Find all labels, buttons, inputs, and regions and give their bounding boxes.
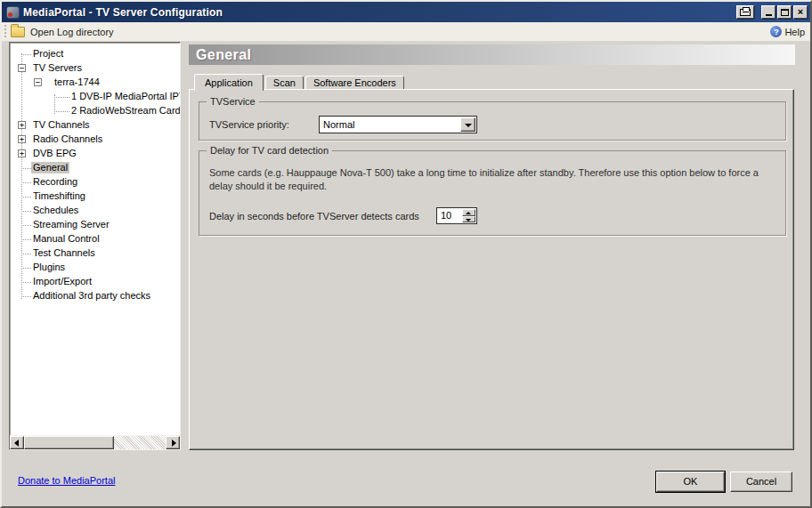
tree-item-label[interactable]: Test Channels	[31, 247, 97, 259]
tree-item-label[interactable]: 2 RadioWebStream Card	[69, 105, 180, 117]
section-header: General	[189, 44, 795, 65]
tree-connector-stub	[21, 254, 31, 254]
expand-icon[interactable]: +	[18, 135, 26, 143]
tree-item-label[interactable]: TV Channels	[31, 119, 92, 131]
scrollbar-track[interactable]	[24, 436, 166, 449]
collapse-icon[interactable]: −	[18, 64, 26, 72]
tree-item-manual-control[interactable]: Manual Control	[10, 232, 180, 246]
tree-item-label[interactable]: TV Servers	[31, 62, 84, 74]
tree-connector-stub	[21, 239, 31, 240]
tree-item-label[interactable]: Import/Export	[31, 276, 93, 287]
chevron-down-icon[interactable]	[460, 117, 475, 132]
tree-item-schedules[interactable]: Schedules	[10, 204, 180, 218]
tree-item-label[interactable]: Additional 3rd party checks	[31, 290, 152, 302]
tree-connector-stub	[54, 97, 69, 98]
collapse-icon[interactable]: −	[34, 78, 42, 86]
tree-item-plugins[interactable]: Plugins	[10, 261, 180, 275]
tree-item-dvb-epg[interactable]: +DVB EPG	[10, 147, 180, 161]
tree-item-label[interactable]: Project	[31, 48, 65, 60]
tvservice-priority-value: Normal	[320, 119, 460, 130]
mediaportal-logo-icon	[6, 6, 20, 19]
tvservice-group-legend: TVService	[207, 96, 259, 108]
cancel-button[interactable]: Cancel	[730, 472, 792, 492]
maximize-icon	[781, 9, 789, 16]
tree-item-label[interactable]: Schedules	[31, 205, 80, 216]
tree-item-label[interactable]: Recording	[31, 176, 79, 188]
tree-connector-stub	[21, 296, 31, 297]
tree-rows: Project−TV Servers−terra-17441 DVB-IP Me…	[10, 47, 180, 434]
delay-seconds-label: Delay in seconds before TVServer detects…	[209, 211, 419, 222]
tree-item-timeshifting[interactable]: Timeshifting	[10, 189, 180, 204]
tree-item-tv-channels[interactable]: +TV Channels	[10, 118, 180, 133]
tree-item-terra-1744[interactable]: −terra-1744	[10, 76, 180, 90]
tree-item-label[interactable]: terra-1744	[53, 77, 102, 88]
tree-item-label[interactable]: Radio Channels	[31, 133, 104, 145]
tree-connector-stub	[21, 182, 31, 183]
tree-item-label[interactable]: Manual Control	[31, 233, 102, 245]
arrow-left-icon	[14, 439, 19, 447]
tree-item-additional-3rd-party-checks[interactable]: Additional 3rd party checks	[10, 289, 180, 303]
toolbar: Open Log directory ? Help	[2, 22, 810, 42]
toolbar-grip[interactable]	[4, 25, 7, 39]
tree-item-import-export[interactable]: Import/Export	[10, 275, 180, 289]
tree-item-recording[interactable]: Recording	[10, 175, 180, 189]
close-button[interactable]: ×	[793, 5, 808, 19]
printer-button[interactable]	[736, 5, 754, 19]
tab-scan[interactable]: Scan	[265, 76, 304, 90]
tree-connector-stub	[21, 211, 31, 212]
tvservice-priority-select[interactable]: Normal	[319, 116, 477, 133]
tree-item-streaming-server[interactable]: Streaming Server	[10, 218, 180, 232]
tree-item-general[interactable]: General	[10, 161, 180, 175]
tab-application[interactable]: Application	[194, 74, 264, 91]
minimize-button[interactable]	[761, 5, 775, 19]
tree-horizontal-scrollbar[interactable]	[10, 435, 180, 449]
tvservice-priority-label: TVService priority:	[209, 119, 289, 130]
tree-connector-stub	[21, 54, 31, 55]
tree-item-test-channels[interactable]: Test Channels	[10, 246, 180, 261]
open-log-button[interactable]: Open Log directory	[30, 27, 114, 37]
open-log-folder-icon[interactable]	[11, 27, 25, 37]
expand-icon[interactable]: +	[18, 121, 26, 129]
arrow-right-icon	[172, 439, 176, 447]
delay-groupbox: Delay for TV card detection	[199, 150, 786, 236]
minimize-icon	[766, 14, 772, 16]
tree-connector-stub	[21, 268, 31, 269]
tree-connector-stub	[21, 282, 31, 283]
tree-panel: Project−TV Servers−terra-17441 DVB-IP Me…	[9, 42, 181, 450]
tree-connector-stub	[54, 111, 69, 112]
tree-item-label[interactable]: 1 DVB-IP MediaPortal IPT	[69, 91, 180, 102]
expand-icon[interactable]: +	[18, 149, 26, 157]
tree-item-label[interactable]: General	[31, 162, 69, 173]
app-window: MediaPortal - TV Server Configuration × …	[0, 0, 812, 508]
maximize-button[interactable]	[777, 5, 792, 19]
tree-item-project[interactable]: Project	[10, 47, 180, 61]
window-title: MediaPortal - TV Server Configuration	[23, 6, 736, 19]
delay-spinner-value: 10	[437, 208, 462, 223]
ok-button[interactable]: OK	[656, 472, 725, 492]
delay-group-legend: Delay for TV card detection	[207, 145, 332, 157]
help-button[interactable]: ? Help	[770, 26, 805, 37]
tree-item-tv-servers[interactable]: −TV Servers	[10, 61, 180, 76]
titlebar: MediaPortal - TV Server Configuration ×	[2, 2, 810, 22]
delay-description: Some cards (e.g. Hauppauge Nova-T 500) t…	[209, 166, 784, 193]
delay-spinner[interactable]: 10	[436, 207, 477, 224]
printer-icon	[740, 9, 751, 16]
spinner-down-button[interactable]	[462, 216, 475, 223]
scrollbar-thumb[interactable]	[24, 436, 114, 449]
tree-item-label[interactable]: Plugins	[31, 262, 67, 273]
tree-item-radio-channels[interactable]: +Radio Channels	[10, 133, 180, 147]
tree-item-1-dvb-ip-mediaportal-ipt[interactable]: 1 DVB-IP MediaPortal IPT	[10, 90, 180, 104]
tree-connector-stub	[21, 168, 31, 169]
tree-item-2-radiowebstream-card[interactable]: 2 RadioWebStream Card	[10, 104, 180, 118]
tree-connector-stub	[21, 225, 31, 226]
scroll-right-button[interactable]	[166, 436, 180, 449]
tab-software-encoders[interactable]: Software Encoders	[305, 76, 404, 90]
tree-connector-stub	[21, 197, 31, 198]
donate-link[interactable]: Donate to MediaPortal	[18, 475, 115, 486]
scroll-left-button[interactable]	[10, 436, 24, 449]
help-icon: ?	[770, 26, 782, 37]
spinner-up-button[interactable]	[462, 209, 475, 216]
tree-item-label[interactable]: DVB EPG	[31, 148, 78, 159]
tree-item-label[interactable]: Timeshifting	[31, 190, 87, 202]
tree-item-label[interactable]: Streaming Server	[31, 219, 111, 230]
